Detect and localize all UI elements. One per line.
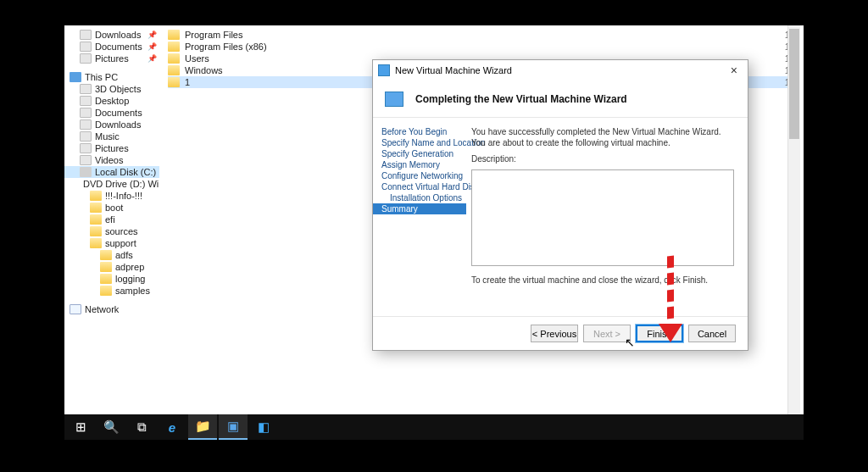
wizard-footer: < Previous Next > Finish Cancel bbox=[373, 316, 748, 350]
item-label: Network bbox=[85, 304, 119, 314]
this-pc-item[interactable]: Downloads bbox=[64, 119, 159, 130]
item-label: DVD Drive (D:) WinS bbox=[83, 179, 159, 189]
file-row[interactable]: Program Files (x86)10 bbox=[168, 41, 795, 53]
item-label: Pictures bbox=[95, 143, 129, 153]
this-pc-item[interactable]: Videos bbox=[64, 154, 159, 166]
item-label: Downloads bbox=[95, 119, 141, 130]
dvd-sub-item[interactable]: boot bbox=[64, 202, 159, 214]
dvd-sub-item[interactable]: !!!-Info-!!! bbox=[64, 190, 159, 202]
item-icon bbox=[90, 191, 102, 201]
file-row[interactable]: Program Files10 bbox=[168, 29, 795, 41]
item-icon bbox=[100, 262, 112, 272]
previous-button[interactable]: < Previous bbox=[531, 325, 578, 342]
file-name: Program Files bbox=[185, 30, 771, 40]
item-icon bbox=[70, 304, 81, 314]
item-icon bbox=[80, 30, 92, 40]
wizard-success-text: You have successfully completed the New … bbox=[471, 126, 734, 148]
server-manager-button[interactable]: ▣ bbox=[219, 414, 248, 440]
network[interactable]: Network bbox=[64, 303, 159, 315]
wizard-dialog: New Virtual Machine Wizard × Completing … bbox=[372, 59, 748, 351]
item-label: efi bbox=[105, 214, 115, 225]
item-icon bbox=[100, 274, 112, 284]
wizard-step[interactable]: Specify Generation bbox=[381, 148, 466, 159]
item-icon bbox=[80, 167, 92, 177]
item-label: Documents bbox=[95, 42, 142, 52]
this-pc-item[interactable]: Documents bbox=[64, 107, 159, 119]
search-button[interactable]: 🔍 bbox=[97, 414, 125, 440]
finish-button[interactable]: Finish bbox=[636, 325, 683, 342]
description-label: Description: bbox=[471, 153, 734, 164]
dvd-sub-item[interactable]: support bbox=[64, 237, 159, 249]
quick-access-item[interactable]: Documents📌 bbox=[64, 41, 159, 53]
this-pc-item[interactable]: Desktop bbox=[64, 95, 159, 107]
item-label: sources bbox=[105, 226, 138, 236]
ie-button[interactable]: e bbox=[158, 414, 186, 440]
dvd-sub-item[interactable]: sources bbox=[64, 225, 159, 237]
item-label: Documents bbox=[95, 108, 142, 118]
item-label: Videos bbox=[95, 155, 123, 165]
wizard-step[interactable]: Connect Virtual Hard Disk bbox=[381, 181, 466, 192]
dvd-sub-item[interactable]: logging bbox=[64, 273, 159, 285]
item-label: adprep bbox=[115, 262, 144, 272]
wizard-heading: Completing the New Virtual Machine Wizar… bbox=[415, 93, 627, 105]
item-label: Desktop bbox=[95, 96, 129, 106]
item-label: boot bbox=[105, 203, 123, 213]
dvd-sub-item[interactable]: adfs bbox=[64, 249, 159, 261]
item-icon bbox=[90, 203, 102, 213]
item-label: support bbox=[105, 238, 136, 248]
folder-icon bbox=[168, 77, 180, 87]
wizard-steps: Before You BeginSpecify Name and Locatio… bbox=[373, 118, 466, 316]
dvd-sub-item[interactable]: samples bbox=[64, 285, 159, 297]
scrollbar-thumb[interactable] bbox=[789, 29, 799, 139]
item-icon bbox=[90, 238, 102, 248]
pin-icon: 📌 bbox=[147, 54, 157, 63]
item-icon bbox=[100, 286, 112, 296]
wizard-hint: To create the virtual machine and close … bbox=[471, 275, 734, 286]
this-pc-item[interactable]: Music bbox=[64, 130, 159, 142]
this-pc[interactable]: This PC bbox=[64, 71, 159, 83]
hyperv-taskbar-button[interactable]: ◧ bbox=[249, 414, 278, 440]
item-icon bbox=[80, 42, 92, 52]
scrollbar-vertical[interactable] bbox=[787, 25, 800, 414]
folder-icon bbox=[168, 30, 180, 40]
item-icon bbox=[70, 72, 81, 82]
this-pc-item[interactable]: 3D Objects bbox=[64, 83, 159, 95]
dvd-sub-item[interactable]: efi bbox=[64, 214, 159, 225]
item-label: Local Disk (C:) bbox=[95, 167, 156, 177]
task-view-button[interactable]: ⧉ bbox=[127, 414, 156, 440]
start-button[interactable]: ⊞ bbox=[66, 414, 95, 440]
folder-icon bbox=[168, 65, 180, 75]
item-icon bbox=[90, 214, 102, 225]
this-pc-item[interactable]: Local Disk (C:) bbox=[64, 166, 159, 178]
item-icon bbox=[90, 226, 102, 236]
item-label: Music bbox=[95, 131, 120, 142]
item-label: Pictures bbox=[95, 53, 129, 64]
close-button[interactable]: × bbox=[726, 64, 743, 76]
item-icon bbox=[80, 84, 92, 94]
wizard-step[interactable]: Summary bbox=[373, 203, 466, 214]
cancel-button[interactable]: Cancel bbox=[688, 325, 736, 342]
folder-icon bbox=[168, 42, 180, 52]
dvd-sub-item[interactable]: adprep bbox=[64, 261, 159, 273]
description-box[interactable] bbox=[471, 169, 734, 266]
wizard-step[interactable]: Assign Memory bbox=[381, 159, 466, 170]
quick-access-item[interactable]: Pictures📌 bbox=[64, 53, 159, 64]
wizard-step[interactable]: Installation Options bbox=[381, 192, 466, 203]
this-pc-item[interactable]: Pictures bbox=[64, 142, 159, 154]
explorer-taskbar-button[interactable]: 📁 bbox=[188, 414, 217, 440]
wizard-step[interactable]: Specify Name and Location bbox=[381, 137, 466, 148]
item-label: This PC bbox=[85, 72, 118, 82]
this-pc-item[interactable]: DVD Drive (D:) WinS bbox=[64, 178, 159, 190]
wizard-header: Completing the New Virtual Machine Wizar… bbox=[373, 81, 748, 118]
quick-access-item[interactable]: Downloads📌 bbox=[64, 29, 159, 41]
item-icon bbox=[80, 108, 92, 118]
item-label: Downloads bbox=[95, 30, 141, 40]
wizard-step[interactable]: Configure Networking bbox=[381, 170, 466, 181]
hyperv-icon bbox=[378, 64, 390, 76]
item-icon bbox=[80, 119, 92, 130]
pin-icon: 📌 bbox=[147, 42, 157, 51]
item-icon bbox=[80, 143, 92, 153]
next-button: Next > bbox=[583, 325, 631, 342]
item-label: samples bbox=[115, 286, 150, 296]
wizard-step[interactable]: Before You Begin bbox=[381, 126, 466, 137]
